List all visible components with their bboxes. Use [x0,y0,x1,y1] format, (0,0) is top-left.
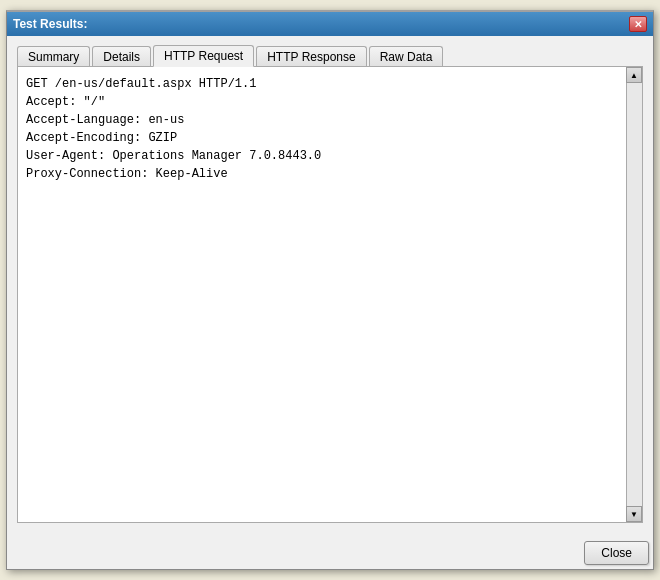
content-area[interactable]: GET /en-us/default.aspx HTTP/1.1 Accept:… [17,66,643,523]
tab-http-response[interactable]: HTTP Response [256,46,366,67]
tab-raw-data[interactable]: Raw Data [369,46,444,67]
bottom-bar: Close [7,533,653,569]
tab-details[interactable]: Details [92,46,151,67]
tab-summary[interactable]: Summary [17,46,90,67]
close-window-button[interactable]: ✕ [629,16,647,32]
dialog-title: Test Results: [13,17,87,31]
scrollbar-up-button[interactable]: ▲ [626,67,642,83]
scrollbar-down-button[interactable]: ▼ [626,506,642,522]
http-request-content: GET /en-us/default.aspx HTTP/1.1 Accept:… [26,75,634,183]
title-bar-buttons: ✕ [629,16,647,32]
dialog-body: Summary Details HTTP Request HTTP Respon… [7,36,653,533]
test-results-dialog: Test Results: ✕ Summary Details HTTP Req… [6,10,654,570]
close-button[interactable]: Close [584,541,649,565]
tab-http-request[interactable]: HTTP Request [153,45,254,67]
title-bar: Test Results: ✕ [7,12,653,36]
close-window-icon: ✕ [634,19,642,30]
scrollbar-track: ▲ ▼ [626,67,642,522]
tabs-container: Summary Details HTTP Request HTTP Respon… [17,44,643,66]
